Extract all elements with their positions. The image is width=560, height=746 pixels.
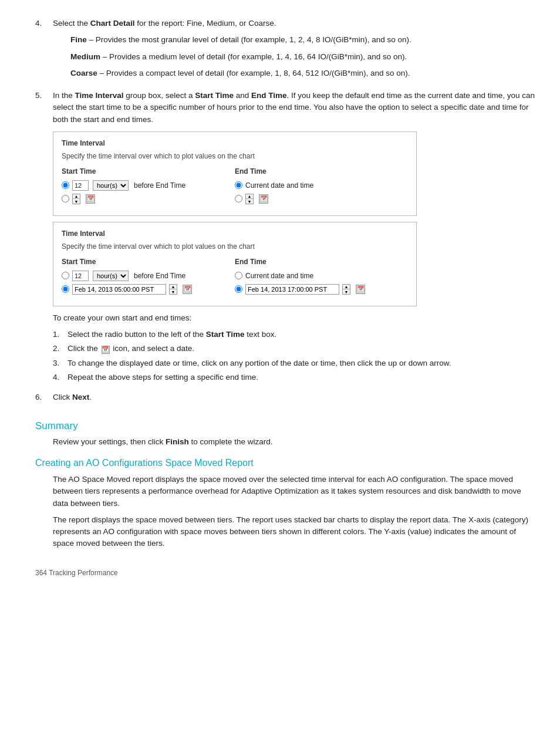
own-times-text-1: Select the radio button to the left of t… [68, 329, 537, 340]
spin-down-start-1[interactable]: ▼ [73, 199, 80, 204]
end-date-input-2[interactable] [245, 284, 339, 295]
own-times-num-4: 4. [53, 372, 68, 383]
calendar-btn-end-2[interactable]: 📅 [356, 285, 365, 294]
creating-report-para2: The report displays the space moved betw… [53, 514, 537, 550]
spin-up-start-2[interactable]: ▲ [170, 285, 177, 290]
time-row-2: Start Time 12 hour(s) before End Time [62, 256, 408, 298]
start-time-col-1: Start Time 12 hour(s) before End Time [62, 166, 235, 207]
spin-down-end-2[interactable]: ▼ [343, 289, 350, 294]
step-4: 4. Select the Chart Detail for the repor… [35, 18, 537, 84]
start-time-label-1: Start Time [62, 166, 235, 177]
creating-report-para1: The AO Space Moved report displays the s… [53, 474, 537, 509]
start-radio-row-1: 12 hour(s) before End Time [62, 180, 235, 191]
start-radio-row-2: 12 hour(s) before End Time [62, 271, 235, 281]
step-4-text: Select the Chart Detail for the report: … [53, 18, 537, 29]
spin-up-end-2[interactable]: ▲ [343, 285, 350, 290]
own-times-item-2: 2. Click the 📅 icon, and select a date. [53, 343, 537, 355]
end-time-label-2: End Time [235, 256, 408, 267]
spin-arrows-start-1[interactable]: ▲ ▼ [72, 194, 80, 204]
spin-arrows-end-2[interactable]: ▲ ▼ [342, 284, 350, 295]
step-6-content: Click Next. [53, 391, 537, 408]
end-time-label-1: End Time [235, 166, 408, 177]
own-times-num-3: 3. [53, 357, 68, 369]
calendar-btn-start-2[interactable]: 📅 [183, 285, 192, 294]
end-radio-row-current-2: Current date and time [235, 271, 408, 281]
start-radio-date-2[interactable] [62, 285, 69, 293]
spin-arrows-end-1[interactable]: ▲ ▼ [245, 194, 254, 204]
start-time-label-2: Start Time [62, 256, 235, 267]
spin-down-start-2[interactable]: ▼ [170, 289, 177, 294]
own-times-item-3: 3. To change the displayed date or time,… [53, 357, 537, 369]
own-times-item-1: 1. Select the radio button to the left o… [53, 329, 537, 340]
step-4-content: Select the Chart Detail for the report: … [53, 18, 537, 84]
time-interval-box-1: Time Interval Specify the time interval … [53, 131, 417, 216]
current-date-label-1: Current date and time [245, 180, 313, 191]
end-radio-date-1[interactable] [235, 195, 242, 202]
step-5-number: 5. [35, 90, 53, 386]
cal-icon-inline: 📅 [102, 346, 110, 354]
calendar-btn-start-1[interactable]: 📅 [86, 194, 95, 204]
time-interval-title-1: Time Interval [62, 138, 408, 148]
step-6-text: Click Next. [53, 391, 537, 403]
own-times-intro: To create your own start and end times: [53, 312, 537, 324]
calendar-btn-end-1[interactable]: 📅 [259, 194, 268, 204]
start-radio-hours-2[interactable] [62, 272, 69, 279]
own-times-item-4: 4. Repeat the above steps for setting a … [53, 372, 537, 383]
coarse-description: Coarse – Provides a compact level of det… [70, 67, 537, 79]
start-radio-row-date-2: ▲ ▼ 📅 [62, 284, 235, 295]
current-date-label-2: Current date and time [245, 271, 313, 281]
end-radio-current-2[interactable] [235, 272, 242, 279]
spin-up-end-1[interactable]: ▲ [246, 194, 253, 200]
step-5-text: In the Time Interval group box, select a… [53, 90, 537, 126]
spin-up-start-1[interactable]: ▲ [73, 194, 80, 200]
end-radio-row-current-1: Current date and time [235, 180, 408, 191]
time-interval-subtitle-2: Specify the time interval over which to … [62, 241, 408, 252]
end-time-col-1: End Time Current date and time ▲ ▼ 📅 [235, 166, 408, 207]
page-footer: 364 Tracking Performance [35, 568, 537, 578]
own-times-text-3: To change the displayed date or time, cl… [68, 357, 537, 369]
start-radio-hours-1[interactable] [62, 181, 69, 189]
end-radio-row-date-1: ▲ ▼ 📅 [235, 194, 408, 204]
unit-select-1[interactable]: hour(s) [93, 180, 129, 191]
hours-spinbox-2: 12 [72, 271, 89, 281]
step-6: 6. Click Next. [35, 391, 537, 408]
end-radio-row-date-2: ▲ ▼ 📅 [235, 284, 408, 295]
before-end-time-label-2: before End Time [134, 271, 185, 281]
hours-spinbox-1: 12 [72, 180, 89, 191]
medium-description: Medium – Provides a medium level of deta… [70, 51, 537, 63]
step-4-number: 4. [35, 18, 53, 84]
step-5-content: In the Time Interval group box, select a… [53, 90, 537, 386]
end-radio-date-2[interactable] [235, 285, 242, 293]
start-radio-date-1[interactable] [62, 195, 69, 202]
start-radio-row-date-1: ▲ ▼ 📅 [62, 194, 235, 204]
time-row-1: Start Time 12 hour(s) before End Time [62, 166, 408, 207]
spin-arrows-start-2[interactable]: ▲ ▼ [169, 284, 177, 295]
start-date-input-2[interactable] [72, 284, 166, 295]
end-time-col-2: End Time Current date and time ▲ ▼ [235, 256, 408, 298]
own-times-num-1: 1. [53, 329, 68, 340]
time-interval-title-2: Time Interval [62, 228, 408, 239]
before-end-time-label-1: before End Time [134, 180, 185, 191]
end-radio-current-1[interactable] [235, 181, 242, 189]
start-time-col-2: Start Time 12 hour(s) before End Time [62, 256, 235, 298]
time-interval-subtitle-1: Specify the time interval over which to … [62, 151, 408, 161]
own-times-text-2: Click the 📅 icon, and select a date. [68, 343, 537, 355]
spin-down-end-1[interactable]: ▼ [246, 199, 253, 204]
unit-select-2[interactable]: hour(s) [93, 271, 129, 281]
step-5: 5. In the Time Interval group box, selec… [35, 90, 537, 386]
fine-description: Fine – Provides the most granular level … [70, 34, 537, 46]
summary-text: Review your settings, then click Finish … [53, 436, 537, 448]
time-interval-box-2: Time Interval Specify the time interval … [53, 222, 417, 306]
summary-heading: Summary [35, 418, 537, 434]
own-times-text-4: Repeat the above steps for setting a spe… [68, 372, 537, 383]
own-times-num-2: 2. [53, 343, 68, 355]
step-6-number: 6. [35, 391, 53, 408]
creating-report-heading: Creating an AO Configurations Space Move… [35, 456, 537, 470]
